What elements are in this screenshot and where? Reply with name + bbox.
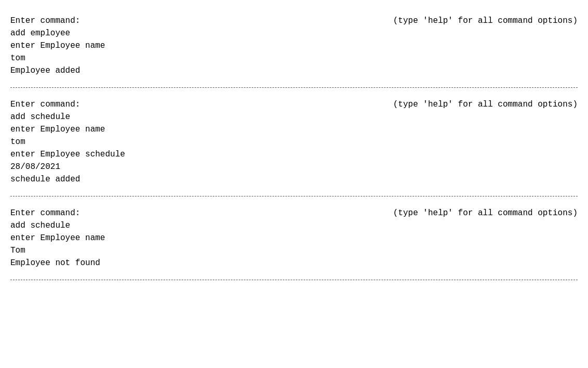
terminal-line: enter Employee name (10, 40, 578, 52)
terminal-line: enter Employee name (10, 232, 578, 244)
prompt-label: Enter command: (10, 15, 80, 27)
prompt-label: Enter command: (10, 98, 80, 111)
terminal-block-1: Enter command:(type 'help' for all comma… (10, 8, 578, 83)
divider (10, 87, 578, 88)
hint-text: (type 'help' for all command options) (393, 98, 578, 111)
divider (10, 196, 578, 196)
divider (10, 280, 578, 280)
terminal-line: add employee (10, 27, 578, 40)
hint-text: (type 'help' for all command options) (393, 15, 578, 27)
terminal-line: 28/08/2021 (10, 161, 578, 173)
terminal-line: tom (10, 52, 578, 64)
terminal-line: Employee not found (10, 257, 578, 269)
hint-text: (type 'help' for all command options) (393, 207, 578, 219)
terminal-container: Enter command:(type 'help' for all comma… (10, 8, 578, 280)
terminal-line: enter Employee schedule (10, 148, 578, 161)
prompt-label: Enter command: (10, 207, 80, 219)
prompt-hint-row-1: Enter command:(type 'help' for all comma… (10, 15, 578, 27)
terminal-line: tom (10, 136, 578, 148)
prompt-hint-row-2: Enter command:(type 'help' for all comma… (10, 98, 578, 111)
terminal-line: Tom (10, 244, 578, 257)
terminal-line: add schedule (10, 219, 578, 232)
terminal-line: Employee added (10, 64, 578, 77)
terminal-line: schedule added (10, 173, 578, 186)
terminal-line: enter Employee name (10, 123, 578, 136)
prompt-hint-row-3: Enter command:(type 'help' for all comma… (10, 207, 578, 219)
terminal-block-2: Enter command:(type 'help' for all comma… (10, 92, 578, 192)
terminal-block-3: Enter command:(type 'help' for all comma… (10, 201, 578, 275)
terminal-line: add schedule (10, 111, 578, 123)
